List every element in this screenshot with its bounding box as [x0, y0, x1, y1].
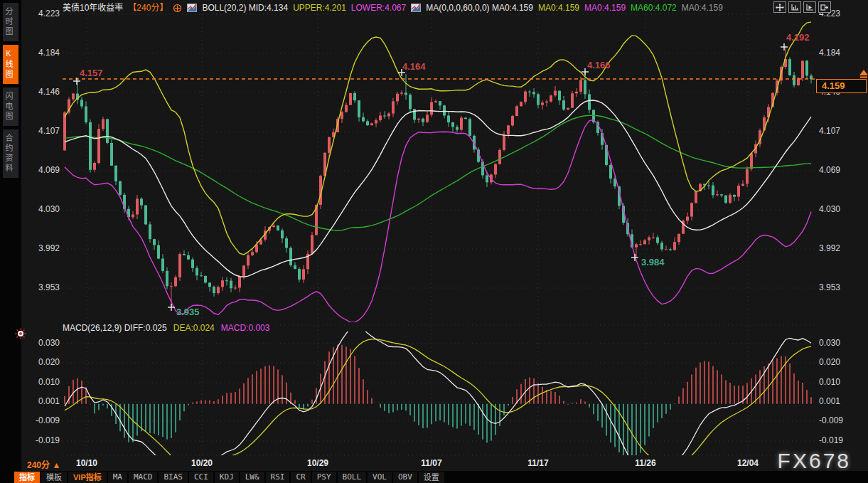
- macd-tick-right: 0.020: [819, 357, 840, 367]
- indicator-value-0: 美债10年收益率: [63, 2, 123, 14]
- macd-tick-right: 0.010: [819, 377, 840, 387]
- indicator-value-8: MA(0,0,0,60,0,0) MA0:4.159: [426, 2, 533, 14]
- toolbar-button-psy[interactable]: PSY: [312, 472, 336, 483]
- toolbar-button-cci[interactable]: CCI: [189, 472, 213, 483]
- price-tick-right: 4.030: [819, 204, 840, 214]
- line-chart-icon: [187, 4, 197, 12]
- macd-tick-left: -0.019: [27, 435, 60, 445]
- toolbar-button-template[interactable]: 模板: [41, 472, 67, 483]
- target-icon: [173, 4, 182, 13]
- price-tick-left: 4.223: [27, 9, 60, 18]
- alarm-icon[interactable]: [15, 328, 26, 342]
- indicator-toolbar: 指标模板VIP指标MAMACDBIASCCIKDJLW&RSICRPSYBOLL…: [0, 471, 868, 483]
- macd-tick-right: -0.009: [819, 415, 843, 425]
- period-selector[interactable]: 240分 ▲: [27, 458, 60, 470]
- date-label: 12/04: [737, 458, 759, 468]
- current-price-arrow-icon: [859, 70, 868, 78]
- price-tick-right: 4.184: [819, 48, 840, 58]
- indicator-value-11: MA60:4.072: [631, 2, 677, 14]
- chart-control-icons: [773, 1, 831, 13]
- toolbar-button-kdj[interactable]: KDJ: [215, 472, 239, 483]
- indicator-value-12: MA0:4.159: [682, 2, 723, 14]
- date-label: 11/17: [527, 458, 548, 468]
- date-label: 10/10: [76, 458, 97, 468]
- macd-tick-right: -0.019: [819, 435, 843, 445]
- sidebar-tab-flash-chart[interactable]: 闪电图: [3, 87, 18, 126]
- price-tick-left: 3.953: [27, 282, 60, 292]
- axis-play-icon[interactable]: [803, 1, 816, 13]
- macd-tick-left: 0.010: [27, 377, 60, 387]
- gridlines: [63, 10, 816, 455]
- price-tick-left: 3.992: [27, 243, 60, 253]
- toolbar-button-vol[interactable]: VOL: [368, 472, 392, 483]
- toolbar-button-boll[interactable]: BOLL: [338, 472, 367, 483]
- period-text: 240分: [27, 460, 50, 470]
- move-icon[interactable]: [773, 1, 786, 13]
- macd-tick-left: 0.030: [27, 338, 60, 348]
- price-tick-left: 4.184: [27, 48, 60, 58]
- price-tick-right: 4.069: [819, 165, 840, 175]
- sidebar-tab-kline-chart[interactable]: K线图: [3, 45, 18, 84]
- period-caret-icon: ▲: [52, 460, 60, 470]
- price-annotation: 3.935: [176, 307, 200, 317]
- toolbar-button-obv[interactable]: OBV: [393, 472, 417, 483]
- watermark: FX678: [778, 449, 851, 473]
- macd-tick-right: 0.001: [819, 396, 840, 406]
- date-label: 11/26: [635, 458, 655, 468]
- price-annotation: 4.164: [402, 61, 426, 72]
- toolbar-button-ma[interactable]: MA: [108, 472, 127, 483]
- price-annotation: 3.984: [641, 257, 665, 267]
- macd-tick-left: -0.009: [27, 415, 60, 425]
- indicator-value-4: BOLL(20,2) MID:4.134: [202, 2, 288, 14]
- toolbar-button-cr[interactable]: CR: [291, 472, 310, 483]
- toolbar-button-vip-indicator[interactable]: VIP指标: [68, 472, 107, 483]
- toolbar-button-rsi[interactable]: RSI: [266, 472, 290, 483]
- indicator-value-9: MA0:4.159: [538, 2, 579, 14]
- macd-value-2: MACD:0.003: [221, 323, 270, 333]
- macd-tick-left: 0.020: [27, 357, 60, 367]
- indicator-header: 美债10年收益率【240分】BOLL(20,2) MID:4.134UPPER:…: [63, 2, 723, 14]
- macd-value-0: MACD(26,12,9) DIFF:0.025: [63, 323, 167, 333]
- toolbar-button-lwr[interactable]: LW&: [240, 472, 264, 483]
- macd-header: MACD(26,12,9) DIFF:0.025DEA:0.024MACD:0.…: [63, 323, 269, 333]
- macd-tick-right: 0.030: [819, 338, 840, 348]
- price-tick-left: 4.030: [27, 204, 60, 214]
- date-label: 10/29: [307, 458, 328, 468]
- indicator-value-1: 【240分】: [128, 2, 168, 14]
- price-tick-right: 3.992: [819, 243, 840, 253]
- date-label: 10/20: [191, 458, 213, 468]
- price-tick-left: 4.069: [27, 165, 60, 175]
- current-price-badge: 4.159: [816, 79, 867, 93]
- price-tick-right: 4.107: [819, 126, 840, 136]
- line-chart-icon: [411, 4, 421, 12]
- price-tick-left: 4.146: [27, 87, 60, 97]
- chart-canvas[interactable]: [0, 0, 868, 483]
- pan-right-icon[interactable]: [818, 1, 831, 13]
- sidebar: 分时图K线图闪电图合约资料: [0, 0, 21, 471]
- sidebar-tab-contract-info[interactable]: 合约资料: [3, 129, 18, 178]
- axis-zoom-icon[interactable]: [788, 1, 801, 13]
- sidebar-tab-time-chart[interactable]: 分时图: [3, 3, 18, 41]
- candlestick-pane: [63, 22, 813, 322]
- indicator-value-6: LOWER:4.067: [351, 2, 406, 14]
- app-window: 分时图K线图闪电图合约资料 美债10年收益率【240分】BOLL(20,2) M…: [0, 0, 868, 483]
- toolbar-button-bias[interactable]: BIAS: [159, 472, 188, 483]
- price-annotation: 4.192: [786, 32, 810, 43]
- toolbar-button-macd[interactable]: MACD: [129, 472, 158, 483]
- price-tick-left: 4.107: [27, 126, 60, 136]
- macd-value-1: DEA:0.024: [173, 323, 215, 333]
- current-price-value: 4.159: [822, 80, 845, 91]
- macd-tick-left: 0.001: [27, 396, 60, 406]
- date-label: 11/07: [421, 458, 441, 468]
- toolbar-button-indicator[interactable]: 指标: [14, 472, 40, 483]
- macd-pane: [65, 325, 811, 474]
- indicator-value-10: MA0:4.159: [584, 2, 626, 14]
- price-annotation: 4.166: [587, 60, 611, 70]
- price-tick-right: 3.953: [819, 282, 840, 292]
- toolbar-button-settings[interactable]: 设置: [419, 472, 444, 483]
- price-annotation: 4.157: [80, 68, 103, 78]
- indicator-value-5: UPPER:4.201: [293, 2, 346, 14]
